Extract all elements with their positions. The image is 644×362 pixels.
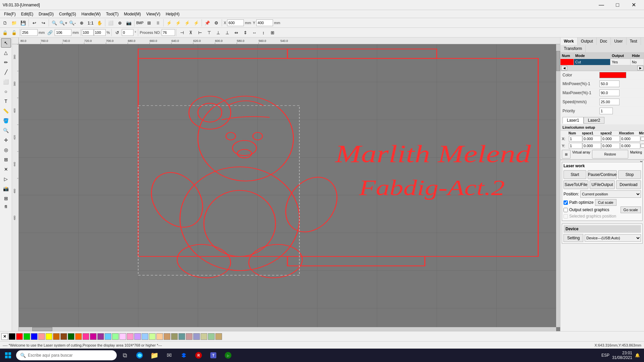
go-scale-button[interactable]: Go scale [621,206,641,213]
width-input[interactable] [21,29,38,36]
trace-tool[interactable]: ▷ [1,174,11,184]
target-button[interactable]: ⊕ [115,18,124,27]
palette-tan[interactable] [164,333,170,340]
palette-lightorange[interactable] [75,333,82,340]
stop-button[interactable]: Stop [618,170,641,179]
laser-op4[interactable]: ⚡ [192,18,201,27]
dist-h-btn[interactable]: ⇔ [232,28,240,37]
palette-pink[interactable] [127,333,133,340]
palette-hotpink[interactable] [83,333,89,340]
palette-rosybrown[interactable] [186,333,193,340]
canvas-area[interactable]: 80.0 760.0 740.0 720.0 700.0 680.0 660.0… [12,38,560,331]
tab-doc[interactable]: Doc [597,38,611,45]
y-coord-input[interactable] [256,19,273,26]
rect-tool[interactable]: ⬜ [1,77,11,86]
lock-aspect-btn[interactable]: 🔗 [46,28,54,37]
canvas-svg[interactable]: Marlith Melend Fabdig-Act.2 [19,44,556,327]
palette-brown[interactable] [60,333,67,340]
palette-skyblue[interactable] [105,333,111,340]
unlock-btn[interactable]: 🔓 [10,28,18,37]
menu-handle[interactable]: Handle(W) [79,11,103,17]
device-select[interactable]: Device---(USB:Auto) [585,234,641,242]
dots-btn[interactable]: ⁞⁞ [154,18,162,27]
canvas-inner[interactable]: Marlith Melend Fabdig-Act.2 [19,44,556,327]
align-center-v-btn[interactable]: ⊥ [214,28,222,37]
app-green[interactable]: ▷ [221,349,235,361]
fill-tool[interactable]: 🪣 [1,116,11,125]
select-tool[interactable]: ↖ [1,38,11,48]
palette-sage[interactable] [208,333,215,340]
lc-y-sp1[interactable] [583,143,601,149]
new-button[interactable]: 🗋 [1,18,9,27]
taskview-btn[interactable]: ⧉ [118,349,131,361]
min-power-input[interactable] [599,80,620,87]
start-button[interactable] [1,349,15,361]
palette-khaki[interactable] [201,333,207,340]
mirror-yh-check[interactable] [641,144,644,148]
palette-black[interactable] [9,333,15,340]
ellipse-tool[interactable]: ○ [1,87,11,96]
track-tool[interactable]: 📌 [203,18,212,27]
tab-user[interactable]: User [611,38,626,45]
align-bottom-btn[interactable]: ⊥ [223,28,231,37]
output-select-check[interactable] [564,208,568,212]
palette-sandybrown[interactable] [215,333,222,340]
dropbox-btn[interactable] [177,349,191,361]
align-right-btn[interactable]: ⊢ [196,28,204,37]
zoom-out-button[interactable]: 🔍- [68,18,77,27]
undo-button[interactable]: ↩ [30,18,39,27]
capture-tool[interactable]: 📸 [1,184,11,193]
ufile-output-button[interactable]: UFileOutput [590,180,614,189]
vscroll-thumb[interactable] [556,51,560,71]
app-red[interactable]: R [192,349,205,361]
mirror-h-check[interactable] [641,137,644,141]
align-top-btn[interactable]: ⊤ [205,28,213,37]
palette-lavender[interactable] [119,333,126,340]
line-tool[interactable]: ╱ [1,67,11,77]
start-button[interactable]: Start [564,170,586,179]
palette-green[interactable] [23,333,30,340]
same-w-btn[interactable]: ↔ [250,28,259,37]
layer-row-1[interactable]: Cut Yes No [560,59,644,65]
menu-config[interactable]: Config(S) [56,11,79,17]
file-explorer-btn[interactable]: 📁 [148,349,161,361]
camera-button[interactable]: 📷 [124,18,133,27]
menu-file[interactable]: File(F) [1,11,18,17]
measure-tool[interactable]: 📏 [1,106,11,116]
mail-btn[interactable]: ✉ [162,349,176,361]
minimize-button[interactable]: — [594,0,609,10]
laser-op3[interactable]: ⚡ [183,18,192,27]
palette-lilac[interactable] [134,333,141,340]
tab-work[interactable]: Work [560,38,578,45]
teams-btn[interactable]: T [207,349,220,361]
laser1-tab[interactable]: Laser1 [562,117,584,124]
save-button[interactable]: 💾 [19,18,28,27]
palette-mintgreen[interactable] [149,333,156,340]
align-left-btn[interactable]: ⊣ [177,28,186,37]
palette-none-color[interactable]: ✕ [1,333,8,340]
lc-x-sp2[interactable] [601,136,620,142]
tab-test[interactable]: Test [627,38,641,45]
palette-periwinkle2[interactable] [193,333,200,340]
laser-op1[interactable]: ⚡ [165,18,173,27]
align-center-h-btn[interactable]: ⊼ [186,28,195,37]
lc-restore[interactable]: Restore [592,150,629,159]
scroll-left-btn[interactable]: ◀ [561,66,567,70]
priority-input[interactable] [599,108,613,114]
rotate-ccw-btn[interactable]: ↺ [113,28,121,37]
path-optimize-label[interactable]: Path optimize [569,200,594,205]
settings-tool[interactable]: ⚙ [212,18,221,27]
color-bmp-button[interactable]: BMP [136,18,144,27]
palette-teal[interactable] [178,333,185,340]
path-optimize-check[interactable] [564,200,568,205]
notification-area[interactable]: 🔔 [635,353,640,358]
open-button[interactable]: 📁 [10,18,18,27]
speed-input[interactable] [599,99,620,105]
laser-tool[interactable]: ◎ [1,145,11,155]
process-no-input[interactable] [162,29,175,36]
output-select-label[interactable]: Output select graphics [569,207,609,212]
lock-btn[interactable]: 🔒 [1,28,9,37]
x-coord-input[interactable] [227,19,244,26]
menu-help[interactable]: Help(H) [163,11,182,17]
rotate-angle-input[interactable] [122,29,133,36]
